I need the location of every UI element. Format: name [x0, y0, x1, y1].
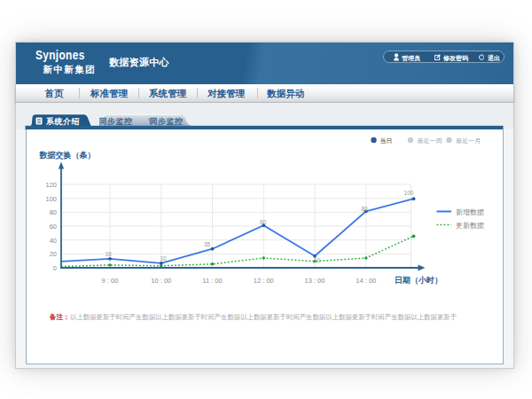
svg-text:100: 100 — [403, 190, 413, 196]
svg-text:10: 10 — [160, 255, 167, 262]
svg-text:35: 35 — [203, 241, 210, 247]
svg-text:新增数据: 新增数据 — [456, 208, 484, 216]
svg-text:13 : 00: 13 : 00 — [304, 277, 325, 285]
svg-text:120: 120 — [45, 181, 57, 189]
svg-text:最近一月: 最近一月 — [456, 137, 481, 145]
svg-text:14 : 00: 14 : 00 — [356, 277, 376, 285]
svg-text:10: 10 — [313, 257, 320, 263]
svg-text:40: 40 — [49, 237, 56, 245]
svg-text:9 : 00: 9 : 00 — [101, 277, 118, 285]
svg-text:80: 80 — [361, 206, 368, 212]
svg-text:系统介绍: 系统介绍 — [45, 117, 80, 126]
svg-text:同步监控: 同步监控 — [150, 117, 184, 126]
svg-text:60: 60 — [259, 219, 266, 225]
svg-text:数据交换（条）: 数据交换（条） — [38, 151, 95, 160]
svg-text:最近一周: 最近一周 — [417, 137, 442, 144]
svg-text:20: 20 — [49, 250, 56, 258]
svg-text:10 : 00: 10 : 00 — [151, 277, 171, 285]
svg-text:0: 0 — [52, 264, 56, 272]
svg-text:日期（小时）: 日期（小时） — [395, 276, 442, 285]
svg-text:18: 18 — [105, 251, 112, 257]
svg-text:60: 60 — [49, 223, 56, 231]
svg-text:12 : 00: 12 : 00 — [253, 277, 273, 285]
svg-text:当日: 当日 — [379, 137, 392, 145]
svg-text:80: 80 — [49, 208, 56, 216]
svg-text:11 : 00: 11 : 00 — [202, 277, 222, 285]
svg-text:以上数据更新于时间产生数据以上数据更新于时间产生数据以上数据: 以上数据更新于时间产生数据以上数据更新于时间产生数据以上数据更新于时间产生数据以… — [70, 313, 458, 321]
svg-text:备注：: 备注： — [49, 313, 70, 321]
svg-text:100: 100 — [45, 195, 57, 203]
svg-text:同步监控: 同步监控 — [99, 117, 133, 126]
svg-text:更新数据: 更新数据 — [456, 222, 484, 230]
